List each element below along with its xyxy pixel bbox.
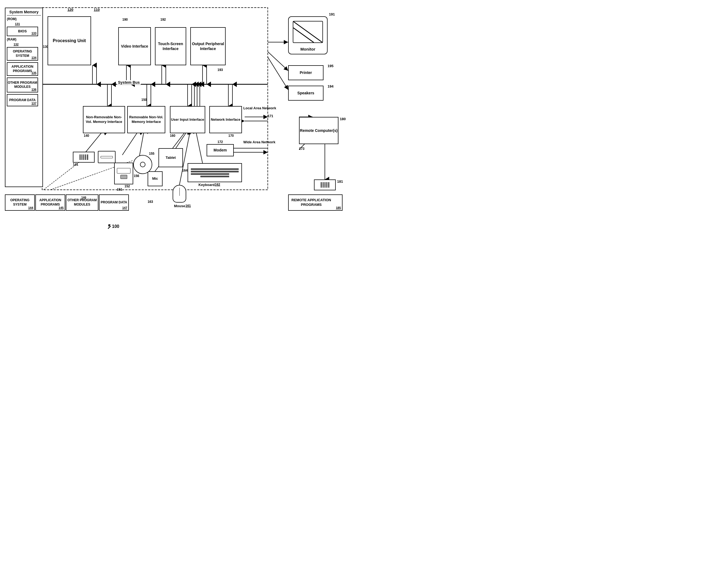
app-programs-box: APPLICATION PROGRAMS 135: [7, 62, 38, 76]
ref-161: 161: [185, 204, 191, 208]
ref-190: 190: [122, 18, 128, 22]
video-interface-box: Video Interface: [118, 27, 151, 65]
remote-app-label: REMOTE APPLICATION PROGRAMS: [289, 198, 342, 207]
other2-label: OTHER PROGRAM MODULES: [66, 198, 98, 207]
ref-151: 151: [117, 187, 122, 192]
ref-192: 192: [160, 18, 166, 22]
ref-140: 140: [84, 134, 89, 137]
floppy-icon: [98, 151, 115, 163]
tablet-box: Tablet: [158, 148, 183, 167]
ref-195: 195: [328, 64, 334, 68]
ref-160: 160: [170, 134, 175, 137]
processing-unit-label: Processing Unit: [53, 38, 86, 44]
bios-label: BIOS: [18, 29, 27, 34]
cd-icon: [133, 155, 152, 174]
system-bus-label: System Bus: [117, 80, 141, 84]
ref-193: 193: [217, 68, 223, 72]
ref-164: 164: [182, 169, 188, 172]
ref-152: 152: [125, 184, 130, 188]
system-memory-label: System Memory: [7, 9, 41, 16]
app2-box: APPLICATION PROGRAMS 145: [35, 195, 65, 211]
ref-194: 194: [328, 84, 334, 89]
ref-163: 163: [148, 200, 153, 204]
remote-hdd-icon: [314, 179, 336, 190]
ram-label: (RAM): [7, 37, 16, 43]
ref-100: 100: [112, 224, 119, 229]
ref-137: 137: [31, 101, 36, 105]
bios-box: BIOS 133: [7, 27, 38, 36]
speakers-box: Speakers: [288, 86, 323, 101]
monitor-label: Monitor: [301, 47, 315, 52]
ref-141: 141: [73, 162, 78, 167]
video-interface-label: Video Interface: [121, 44, 148, 49]
network-interface-box: Network Interface: [209, 106, 242, 133]
wan-label: Wide Area Network: [243, 140, 276, 144]
ref-134: 134: [31, 56, 36, 59]
ref-180: 180: [340, 117, 346, 121]
speakers-label: Speakers: [297, 91, 314, 96]
ref-155: 155: [149, 152, 154, 155]
os2-box: OPERATING SYSTEM 144: [5, 195, 35, 211]
os-box: OPERATING SYSTEM 134: [7, 47, 38, 60]
floppy2-icon: [114, 162, 133, 184]
ref-132: 132: [14, 43, 19, 46]
printer-box: Printer: [288, 65, 323, 80]
ref-120: 120: [68, 8, 73, 12]
processing-unit-box: Processing Unit: [48, 16, 91, 65]
removable-label: Removable Non-Vol. Memory Interface: [128, 115, 165, 124]
mouse-label: Mouse: [174, 204, 185, 208]
monitor-box: Monitor: [288, 16, 328, 54]
ref-191: 191: [329, 12, 335, 16]
output-peripheral-box: Output Peripheral Interface: [190, 27, 226, 65]
ref-144: 144: [28, 206, 33, 210]
diagram: System Memory (ROM) 131 BIOS 133 (RAM) 1…: [0, 0, 364, 288]
remote-computers-box: Remote Computer(s): [299, 117, 338, 144]
ref-145: 145: [59, 206, 63, 210]
modem-box: Modem: [207, 144, 234, 156]
ref-170: 170: [228, 134, 234, 137]
output-peripheral-label: Output Peripheral Interface: [191, 41, 225, 51]
svg-line-48: [293, 22, 322, 43]
system-memory-box: System Memory (ROM) 131 BIOS 133 (RAM) 1…: [5, 8, 43, 187]
svg-line-49: [293, 28, 314, 43]
touch-screen-box: Touch-Screen Interface: [155, 27, 186, 65]
user-input-box: User Input Interface: [170, 106, 205, 133]
svg-line-40: [196, 130, 203, 163]
ref-147: 147: [122, 206, 127, 210]
svg-line-31: [268, 57, 288, 90]
modem-label: Modem: [214, 148, 227, 153]
data2-box: PROGRAM DATA 147: [99, 195, 129, 211]
program-data-box: PROGRAM DATA 137: [7, 94, 38, 106]
ref-146: 146: [81, 196, 86, 199]
ref-135: 135: [31, 71, 36, 75]
ref-156: 156: [134, 174, 139, 178]
other-modules-box: OTHER PROGRAM MODULES 136: [7, 77, 38, 93]
mic-box: Mic: [148, 171, 162, 186]
keyboard-label: Keyboard: [199, 183, 215, 187]
rom-label: (ROM): [7, 17, 17, 22]
tablet-label: Tablet: [165, 155, 176, 160]
mic-label: Mic: [152, 176, 158, 181]
hdd-icon: [73, 152, 95, 162]
ref-181: 181: [337, 179, 343, 183]
ref-150: 150: [141, 98, 147, 102]
removable-box: Removable Non-Vol. Memory Interface: [127, 106, 165, 133]
svg-line-30: [268, 52, 288, 71]
non-removable-label: Non-Removable Non-Vol. Memory Interface: [83, 115, 125, 124]
ref-100-label: ↰ 100: [106, 223, 119, 230]
touch-screen-label: Touch-Screen Interface: [156, 41, 186, 51]
ref-110: 110: [94, 8, 100, 12]
mouse-device: [173, 185, 186, 203]
printer-label: Printer: [300, 70, 312, 75]
ref-131: 131: [15, 22, 20, 26]
data2-label: PROGRAM DATA: [101, 200, 127, 205]
lan-label: Local Area Network: [243, 106, 276, 110]
ref-171: 171: [268, 114, 273, 118]
ref-133: 133: [31, 31, 36, 35]
ref-162: 162: [215, 183, 220, 186]
other2-box: OTHER PROGRAM MODULES 146: [66, 195, 98, 211]
user-input-label: User Input Interface: [171, 118, 204, 122]
ref-173: 173: [299, 147, 305, 151]
network-interface-label: Network Interface: [211, 118, 240, 122]
ref-185: 185: [336, 206, 341, 210]
